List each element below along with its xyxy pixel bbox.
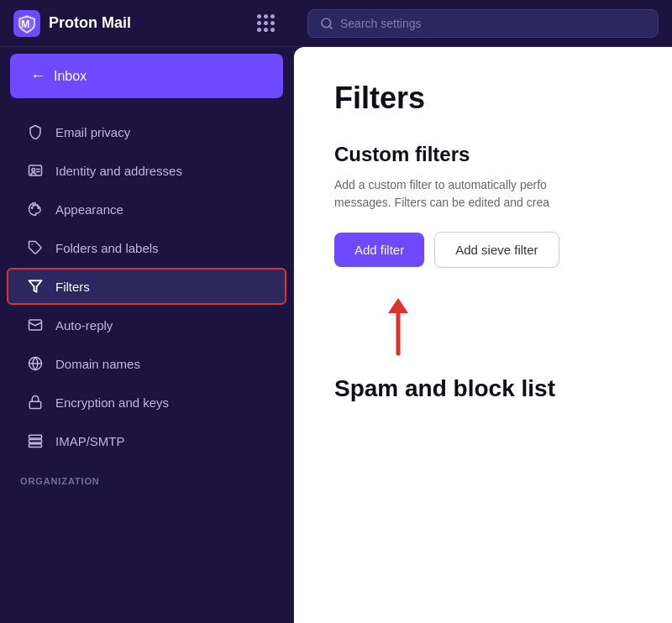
- sidebar-item-appearance[interactable]: Appearance: [7, 191, 286, 228]
- sidebar-item-folders-labels[interactable]: Folders and labels: [7, 229, 286, 266]
- custom-filters-title: Custom filters: [334, 143, 632, 166]
- svg-text:M: M: [21, 18, 29, 30]
- main-layout: ← Inbox Email privacy Id: [0, 47, 672, 623]
- logo-area: M Proton Mail: [0, 8, 294, 39]
- identity-icon: [27, 162, 44, 179]
- svg-point-5: [32, 168, 35, 171]
- sidebar-item-identity-addresses[interactable]: Identity and addresses: [7, 152, 286, 189]
- svg-marker-9: [29, 280, 42, 292]
- inbox-label: Inbox: [54, 69, 87, 84]
- svg-marker-18: [388, 298, 408, 313]
- sidebar-item-label: Encryption and keys: [55, 395, 169, 410]
- filter-icon: [27, 278, 44, 295]
- sidebar-item-label: IMAP/SMTP: [55, 434, 125, 448]
- sidebar-item-imap-smtp[interactable]: IMAP/SMTP: [7, 422, 286, 459]
- content-area: Filters Custom filters Add a custom filt…: [294, 47, 672, 623]
- filter-buttons-row: Add filter Add sieve filter: [334, 232, 632, 268]
- tag-icon: [27, 239, 44, 256]
- nav-items: Email privacy Identity and addresses: [0, 105, 293, 623]
- sidebar-item-email-privacy[interactable]: Email privacy: [7, 113, 286, 150]
- search-input[interactable]: [340, 17, 646, 30]
- inbox-button[interactable]: ← Inbox: [10, 54, 283, 98]
- search-box: [307, 9, 659, 38]
- custom-filters-description: Add a custom filter to automatically per…: [334, 176, 632, 212]
- autoreply-icon: [27, 317, 44, 333]
- search-area: [294, 9, 672, 38]
- red-arrow-icon: [381, 295, 415, 362]
- proton-logo-icon: M: [13, 10, 40, 37]
- search-icon: [320, 17, 333, 30]
- page-title: Filters: [334, 81, 632, 116]
- arrow-annotation: [334, 295, 632, 362]
- lock-icon: [27, 394, 44, 411]
- svg-rect-14: [29, 435, 42, 438]
- sidebar-item-label: Appearance: [55, 202, 123, 217]
- server-icon: [27, 432, 44, 449]
- svg-line-3: [329, 26, 332, 29]
- sidebar-item-encryption-keys[interactable]: Encryption and keys: [7, 384, 286, 421]
- sidebar-item-filters[interactable]: Filters: [7, 268, 286, 305]
- sidebar-item-domain-names[interactable]: Domain names: [7, 345, 286, 382]
- shield-icon: [27, 123, 44, 140]
- svg-rect-13: [29, 401, 41, 408]
- grid-icon: [257, 14, 275, 32]
- svg-rect-16: [29, 444, 42, 448]
- sidebar: ← Inbox Email privacy Id: [0, 47, 294, 623]
- sidebar-item-label: Auto-reply: [55, 318, 113, 332]
- apps-grid-button[interactable]: [250, 8, 281, 39]
- sidebar-item-label: Identity and addresses: [55, 164, 182, 178]
- app-title: Proton Mail: [49, 14, 131, 32]
- sidebar-item-label: Filters: [55, 280, 90, 294]
- sidebar-item-auto-reply[interactable]: Auto-reply: [7, 306, 286, 343]
- organization-section-label: ORGANIZATION: [0, 466, 293, 491]
- domain-icon: [27, 355, 44, 372]
- sidebar-item-label: Email privacy: [55, 125, 130, 139]
- header: M Proton Mail: [0, 0, 672, 47]
- svg-rect-15: [29, 440, 42, 443]
- back-arrow-icon: ←: [30, 67, 45, 85]
- spam-block-list-title: Spam and block list: [334, 375, 632, 402]
- appearance-icon: [27, 201, 44, 217]
- sidebar-item-label: Domain names: [55, 357, 140, 371]
- sidebar-item-label: Folders and labels: [55, 241, 159, 255]
- add-filter-button[interactable]: Add filter: [334, 233, 424, 267]
- add-sieve-filter-button[interactable]: Add sieve filter: [434, 232, 559, 268]
